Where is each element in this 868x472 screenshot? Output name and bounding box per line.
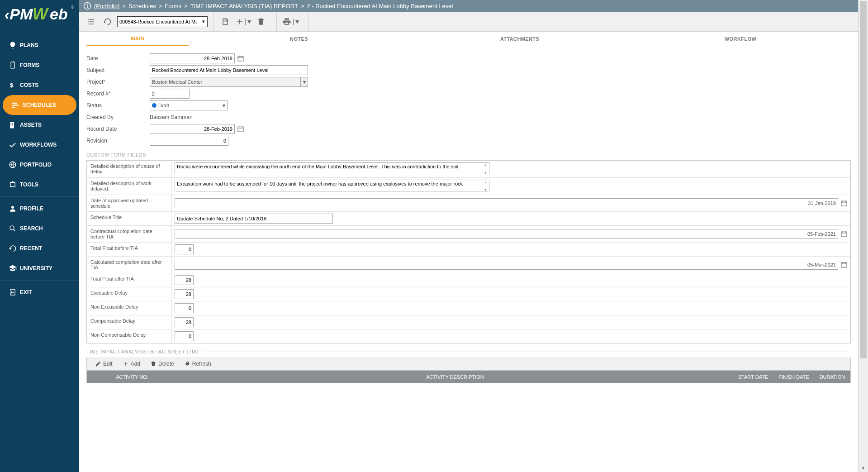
record-selector[interactable]: ▾ [117, 16, 208, 27]
cf-approved-sched-input[interactable]: 31-Jan-2019 [175, 198, 838, 208]
status-select[interactable]: Draft ▾ [150, 100, 228, 110]
cf-comp-delay-label: Compensable Delay [87, 315, 172, 329]
cf-comp-delay-input[interactable] [175, 317, 194, 327]
svg-text:‹PM: ‹PM [5, 5, 33, 23]
cf-sched-title-input[interactable] [175, 214, 333, 224]
sidebar-item-label: PORTFOLIO [20, 162, 52, 168]
date-label: Date [86, 55, 150, 62]
svg-rect-18 [841, 262, 847, 267]
sidebar-item-label: EXIT [20, 289, 32, 296]
cf-float-after-label: Total Float after TIA [87, 273, 172, 287]
save-button[interactable] [219, 15, 232, 28]
sidebar-item-search[interactable]: SEARCH [0, 219, 79, 238]
sidebar-item-portfolio[interactable]: PORTFOLIO [0, 155, 79, 175]
textarea-scroll[interactable]: ▲▼ [482, 180, 489, 192]
sidebar-item-plans[interactable]: PLANS [0, 35, 79, 55]
print-button[interactable]: |▾ [282, 17, 299, 26]
grid-header: ACTIVITY NO. ACTIVITY DESCRIPTION START … [86, 371, 851, 383]
building-icon [5, 121, 20, 129]
calendar-icon[interactable] [840, 230, 848, 238]
svg-text:W: W [33, 5, 49, 23]
sidebar-item-recent[interactable]: RECENT [0, 238, 79, 258]
add-button[interactable]: |▾ [235, 17, 251, 26]
cf-noncomp-delay-input[interactable] [175, 331, 194, 341]
status-label: Status [86, 102, 150, 109]
edit-button[interactable]: Edit [95, 361, 113, 367]
cf-nonexc-delay-label: Non Excusable Delay [87, 301, 172, 315]
info-icon[interactable] [82, 2, 93, 10]
breadcrumb-schedules: Schedules [128, 3, 156, 10]
sidebar-item-costs[interactable]: $ COSTS [0, 75, 79, 95]
cf-float-after-input[interactable] [175, 275, 194, 285]
textarea-scroll[interactable]: ▲▼ [482, 163, 489, 175]
cf-nonexc-delay-input[interactable] [175, 303, 194, 313]
scroll-down-icon[interactable]: ▼ [859, 464, 868, 472]
check-icon [5, 141, 20, 149]
sidebar-item-label: UNIVERSITY [20, 265, 52, 272]
sidebar-item-exit[interactable]: EXIT [0, 282, 79, 302]
project-select[interactable]: Boston Medical Center ▾ [150, 77, 308, 87]
dropdown-icon[interactable]: ▾ [200, 17, 207, 27]
sidebar-item-forms[interactable]: FORMS [0, 55, 79, 75]
dropdown-icon[interactable]: ▾ [300, 77, 308, 86]
col-activity-no[interactable]: ACTIVITY NO. [87, 374, 177, 380]
list-view-button[interactable] [85, 15, 97, 28]
sidebar-item-schedules[interactable]: SCHEDULES [3, 95, 76, 115]
calendar-icon[interactable] [237, 55, 244, 62]
col-start-date[interactable]: START DATE [733, 374, 773, 380]
record-date-input[interactable] [150, 124, 235, 134]
scrollbar-thumb[interactable] [860, 1, 867, 358]
cf-calc-date-input[interactable]: 05-Mar-2021 [175, 260, 838, 270]
detail-toolbar: Edit Add Delete Refresh [86, 357, 851, 371]
calendar-icon[interactable] [237, 125, 244, 133]
col-duration[interactable]: DURATION [814, 374, 850, 380]
tab-notes[interactable]: NOTES [189, 32, 409, 46]
schedule-icon [8, 101, 23, 109]
cf-desc-cause-input[interactable] [175, 162, 489, 174]
revision-input[interactable] [150, 136, 228, 146]
calendar-icon[interactable] [840, 261, 848, 268]
delete-row-button[interactable]: Delete [150, 361, 174, 367]
section-custom-fields: CUSTOM FORM FIELDS [86, 152, 851, 157]
search-icon [5, 224, 20, 233]
custom-fields-table: Detailed description of cause of delay ▲… [86, 160, 851, 343]
record-selector-input[interactable] [118, 17, 199, 27]
sidebar-item-workflows[interactable]: WORKFLOWS [0, 135, 79, 155]
delete-button[interactable] [255, 15, 267, 28]
tab-attachments[interactable]: ATTACHMENTS [409, 32, 630, 46]
toolbar: ▾ |▾ |▾ [79, 12, 858, 32]
date-input[interactable] [150, 53, 235, 63]
refresh-button[interactable]: Refresh [184, 361, 211, 367]
tabs: MAIN NOTES ATTACHMENTS WORKFLOW [86, 32, 851, 46]
sidebar-item-university[interactable]: UNIVERSITY [0, 258, 79, 278]
created-by-label: Created By [86, 114, 150, 120]
subject-label: Subject [86, 67, 150, 73]
section-detail-sheet: TIME IMPACT ANALYSIS DETAIL SHEET (TIA) [86, 349, 851, 354]
breadcrumb-forms: Forms [165, 3, 181, 10]
breadcrumb-record: 2 - Rocked Encountered At Main Lobby Bas… [307, 3, 453, 10]
col-finish-date[interactable]: FINISH DATE [773, 374, 814, 380]
sidebar-item-profile[interactable]: PROFILE [0, 199, 79, 219]
tab-main[interactable]: MAIN [86, 32, 189, 46]
cf-contract-date-input[interactable]: 05-Feb-2021 [175, 229, 838, 239]
tab-workflow[interactable]: WORKFLOW [630, 32, 851, 46]
breadcrumb-portfolio[interactable]: (Portfolio) [94, 3, 119, 10]
sidebar-item-assets[interactable]: ASSETS [0, 115, 79, 135]
sidebar-item-tools[interactable]: TOOLS [0, 175, 79, 195]
svg-text:$: $ [10, 82, 14, 89]
record-no-input[interactable] [150, 89, 190, 99]
graduation-icon [5, 264, 20, 272]
page-scrollbar[interactable]: ▼ [858, 0, 868, 472]
col-activity-desc[interactable]: ACTIVITY DESCRIPTION [177, 374, 733, 380]
cf-exc-delay-input[interactable] [175, 289, 194, 299]
record-no-label: Record #* [86, 91, 150, 97]
cf-desc-work-input[interactable] [175, 180, 489, 191]
cf-float-before-input[interactable] [175, 244, 194, 254]
add-row-button[interactable]: Add [123, 361, 140, 367]
calendar-icon[interactable] [840, 200, 848, 207]
subject-input[interactable] [150, 65, 308, 75]
cf-contract-date-label: Contractual completion date before TIA [87, 226, 172, 242]
dropdown-icon[interactable]: ▾ [220, 101, 227, 110]
history-button[interactable] [101, 15, 114, 28]
sidebar-item-label: RECENT [20, 245, 42, 252]
